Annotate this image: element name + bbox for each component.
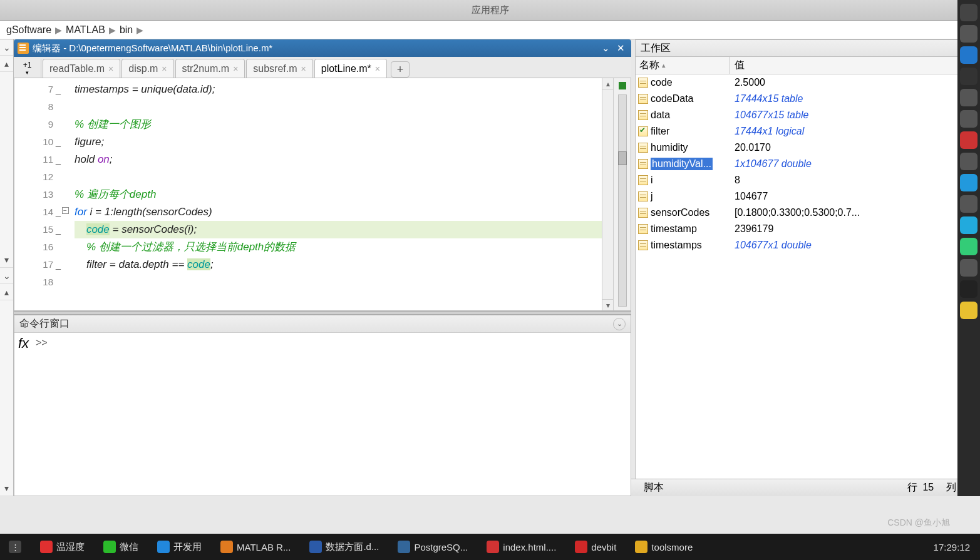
dock-app-icon[interactable] xyxy=(960,46,977,64)
dock-app-icon[interactable] xyxy=(960,153,977,170)
address-bar[interactable]: gSoftware ▶ MATLAB ▶ bin ▶ ▾ xyxy=(0,21,980,39)
line-number-gutter: 7–8910–11–121314–15–1617–18 xyxy=(14,78,58,310)
command-prompt[interactable]: >> xyxy=(33,333,631,496)
spine-up-icon[interactable]: ▴ xyxy=(0,284,13,300)
editor-tab[interactable]: disp.m× xyxy=(121,59,173,78)
dock-app-icon[interactable] xyxy=(960,110,977,128)
dock-app-icon[interactable] xyxy=(960,25,977,43)
code-line[interactable] xyxy=(75,273,602,291)
dock-app-icon[interactable] xyxy=(960,89,977,106)
taskbar-item[interactable]: MATLAB R... xyxy=(214,536,297,558)
workspace-header[interactable]: 工作区 ⌄ xyxy=(635,39,980,57)
taskbar-start[interactable]: ⋮ xyxy=(3,536,28,558)
code-line[interactable]: figure; xyxy=(75,133,602,151)
dropdown-icon[interactable]: ⌄ xyxy=(599,41,612,55)
taskbar-item[interactable]: devbit xyxy=(569,536,622,558)
spine-up-icon[interactable]: ▴ xyxy=(0,56,13,72)
scroll-down-icon[interactable]: ▾ xyxy=(602,299,613,310)
dock-app-icon[interactable] xyxy=(960,216,977,234)
dock-app-icon[interactable] xyxy=(960,195,977,213)
editor-tab[interactable]: plotLine.m*× xyxy=(314,59,387,78)
workspace-row[interactable]: timestamps104677x1 double xyxy=(636,237,979,253)
spine-dropdown-icon[interactable]: ⌄ xyxy=(0,268,13,284)
dock-app-icon[interactable] xyxy=(960,280,977,298)
taskbar-item[interactable]: 数据方面.d... xyxy=(303,536,385,558)
tab-label: subsref.m xyxy=(253,63,297,74)
taskbar-item[interactable]: 开发用 xyxy=(151,536,208,558)
bookmark-toggle[interactable]: +1 ▾ xyxy=(14,59,41,78)
variable-name: j xyxy=(651,191,653,202)
code-line[interactable]: % 创建一个过滤器，只选择当前depth的数据 xyxy=(75,238,602,256)
right-dock[interactable] xyxy=(957,0,980,496)
workspace-row[interactable]: i8 xyxy=(636,172,979,188)
code-line[interactable]: filter = data.depth == code; xyxy=(75,256,602,273)
close-icon[interactable]: × xyxy=(162,64,167,74)
spine-dropdown-icon[interactable]: ⌄ xyxy=(0,39,13,56)
taskbar-item[interactable]: 微信 xyxy=(97,536,145,558)
dock-app-icon[interactable] xyxy=(960,174,977,191)
workspace-row[interactable]: sensorCodes[0.1800;0.3300;0.5300;0.7... xyxy=(636,205,979,221)
editor-tab[interactable]: subsref.m× xyxy=(246,59,312,78)
app-titlebar: 应用程序 xyxy=(0,0,980,21)
editor-titlebar[interactable]: 编辑器 - D:\0petermengSoftware\MATLAB\bin\p… xyxy=(14,39,631,57)
scroll-up-icon[interactable]: ▴ xyxy=(602,78,613,89)
code-line[interactable]: % 创建一个图形 xyxy=(75,116,602,133)
editor-tab[interactable]: readTable.m× xyxy=(43,59,120,78)
spine-down-icon[interactable]: ▾ xyxy=(0,480,13,496)
workspace-row[interactable]: timestamp2396179 xyxy=(636,221,979,237)
workspace-row[interactable]: humidity20.0170 xyxy=(636,140,979,156)
dock-app-icon[interactable] xyxy=(960,68,977,85)
dock-app-icon[interactable] xyxy=(960,302,977,319)
close-icon[interactable]: × xyxy=(233,64,238,74)
workspace-row[interactable]: humidityVal...1x104677 double xyxy=(636,156,979,172)
editor-scrollbar[interactable]: ▴ ▾ xyxy=(602,78,613,310)
workspace-table[interactable]: 名称▴ 值 code2.5000codeData17444x15 tableda… xyxy=(635,57,980,496)
fx-icon[interactable]: fx xyxy=(14,333,33,496)
close-icon[interactable]: × xyxy=(375,64,380,74)
code-area[interactable]: timestamps = unique(data.id);% 创建一个图形fig… xyxy=(72,78,602,310)
taskbar[interactable]: ⋮ 温湿度微信开发用MATLAB R...数据方面.d...PostgreSQ.… xyxy=(0,534,980,560)
app-icon xyxy=(575,541,587,553)
code-line[interactable]: code = sensorCodes(i); xyxy=(75,221,602,238)
dock-app-icon[interactable] xyxy=(960,259,977,277)
close-icon[interactable]: × xyxy=(108,64,113,74)
dock-app-icon[interactable] xyxy=(960,238,977,255)
workspace-row[interactable]: codeData17444x15 table xyxy=(636,91,979,107)
code-line[interactable]: % 遍历每个depth xyxy=(75,186,602,203)
variable-value: 1x104677 double xyxy=(730,158,979,170)
breadcrumb-item[interactable]: bin xyxy=(117,24,135,36)
breadcrumb-item[interactable]: gSoftware xyxy=(4,24,54,36)
taskbar-item[interactable]: toolsmore xyxy=(629,536,699,558)
code-line[interactable]: for i = 1:length(sensorCodes) xyxy=(75,203,602,221)
code-line[interactable]: hold on; xyxy=(75,151,602,168)
workspace-table-header[interactable]: 名称▴ 值 xyxy=(636,57,979,74)
taskbar-item[interactable]: index.html.... xyxy=(480,536,562,558)
editor-tab[interactable]: str2num.m× xyxy=(175,59,245,78)
fold-toggle-icon[interactable]: − xyxy=(62,207,69,214)
code-line[interactable] xyxy=(75,168,602,186)
breadcrumb-item[interactable]: MATLAB xyxy=(63,24,108,36)
dock-app-icon[interactable] xyxy=(960,131,977,149)
workspace-row[interactable]: j104677 xyxy=(636,188,979,205)
code-line[interactable] xyxy=(75,98,602,116)
col-value[interactable]: 值 xyxy=(730,57,979,74)
variable-value: 17444x1 logical xyxy=(730,126,979,137)
taskbar-item[interactable]: PostgreSQ... xyxy=(391,536,474,558)
taskbar-item[interactable]: 温湿度 xyxy=(34,536,91,558)
col-name[interactable]: 名称▴ xyxy=(636,57,730,74)
workspace-row[interactable]: filter17444x1 logical xyxy=(636,123,979,140)
dock-app-icon[interactable] xyxy=(960,4,977,21)
workspace-row[interactable]: code2.5000 xyxy=(636,74,979,91)
code-editor[interactable]: 7–8910–11–121314–15–1617–18 − timestamps… xyxy=(14,78,631,311)
new-tab-button[interactable]: + xyxy=(391,61,410,78)
variable-value: 2396179 xyxy=(730,223,979,235)
code-minimap[interactable] xyxy=(613,78,631,310)
close-icon[interactable]: ✕ xyxy=(614,41,627,55)
minimap-thumb[interactable] xyxy=(618,151,627,165)
dropdown-icon[interactable]: ⌄ xyxy=(613,318,626,330)
close-icon[interactable]: × xyxy=(301,64,306,74)
code-line[interactable]: timestamps = unique(data.id); xyxy=(75,81,602,98)
command-window-header[interactable]: 命令行窗口 ⌄ xyxy=(14,315,631,333)
workspace-row[interactable]: data104677x15 table xyxy=(636,107,979,123)
spine-down-icon[interactable]: ▾ xyxy=(0,252,13,268)
